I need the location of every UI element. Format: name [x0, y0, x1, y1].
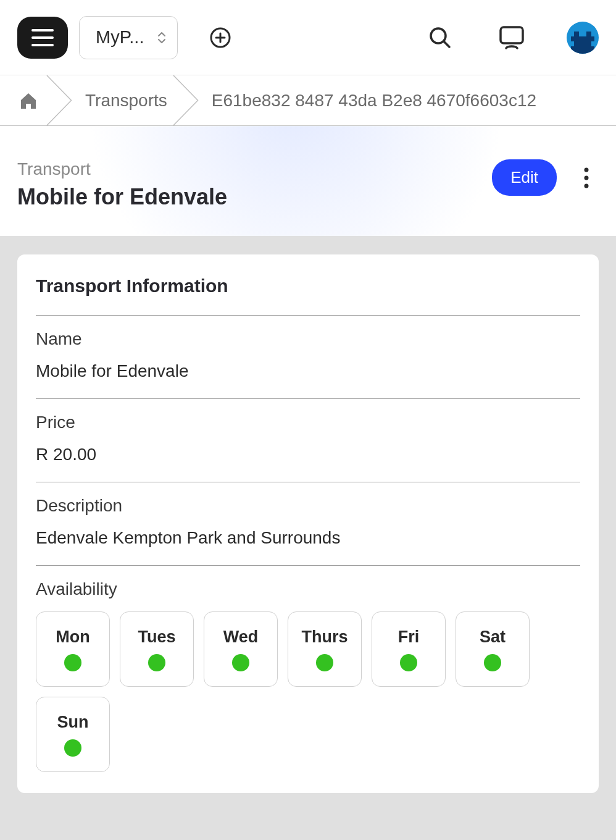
day-chip-label: Sun [57, 713, 89, 732]
field-description: Description Edenvale Kempton Park and Su… [36, 482, 580, 548]
search-button[interactable] [425, 22, 456, 53]
content-area: Transport Information Name Mobile for Ed… [0, 236, 616, 812]
day-chip-label: Mon [56, 628, 89, 647]
status-dot-icon [232, 654, 249, 671]
add-button[interactable] [204, 21, 237, 54]
days-grid: MonTuesWedThursFriSatSun [36, 611, 580, 772]
search-icon [428, 26, 452, 49]
day-chip-label: Wed [223, 628, 259, 647]
desktop-button[interactable] [496, 22, 527, 53]
avatar[interactable] [567, 22, 599, 54]
breadcrumb: Transports E61be832 8487 43da B2e8 4670f… [0, 75, 616, 126]
day-chip-label: Thurs [301, 628, 348, 647]
svg-rect-0 [31, 29, 54, 32]
more-actions-button[interactable] [574, 166, 599, 190]
breadcrumb-home[interactable] [0, 75, 59, 125]
project-selector-label: MyP... [96, 27, 144, 48]
field-name: Name Mobile for Edenvale [36, 315, 580, 381]
hamburger-icon [31, 29, 54, 46]
field-name-label: Name [36, 329, 580, 349]
breadcrumb-id-label: E61be832 8487 43da B2e8 4670f6603c12 [212, 91, 536, 111]
status-dot-icon [148, 654, 165, 671]
day-chip: Sat [456, 611, 530, 687]
home-icon [19, 91, 38, 110]
availability-section: Availability MonTuesWedThursFriSatSun [36, 565, 580, 772]
status-dot-icon [484, 654, 501, 671]
day-chip-label: Tues [138, 628, 175, 647]
field-name-value: Mobile for Edenvale [36, 361, 580, 381]
svg-rect-2 [31, 44, 54, 46]
status-dot-icon [316, 654, 333, 671]
availability-label: Availability [36, 579, 580, 599]
svg-point-8 [585, 183, 589, 188]
day-chip: Thurs [288, 611, 362, 687]
project-selector[interactable]: MyP... [79, 16, 178, 59]
monitor-icon [499, 25, 525, 50]
status-dot-icon [400, 654, 417, 671]
day-chip: Sun [36, 697, 110, 772]
field-description-label: Description [36, 496, 580, 516]
breadcrumb-transports[interactable]: Transports [59, 75, 186, 125]
field-price: Price R 20.00 [36, 398, 580, 464]
breadcrumb-section-label: Transports [85, 91, 167, 111]
chevron-updown-icon [157, 31, 166, 44]
topbar: MyP... [0, 0, 616, 75]
svg-point-6 [585, 167, 589, 172]
card-title: Transport Information [36, 275, 580, 296]
day-chip: Mon [36, 611, 110, 687]
more-vertical-icon [584, 167, 589, 188]
edit-button[interactable]: Edit [492, 159, 557, 196]
svg-rect-1 [31, 36, 54, 39]
day-chip: Fri [372, 611, 446, 687]
header-actions: Edit [492, 159, 599, 196]
status-dot-icon [64, 654, 81, 671]
breadcrumb-current: E61be832 8487 43da B2e8 4670f6603c12 [186, 75, 616, 125]
transport-info-card: Transport Information Name Mobile for Ed… [17, 254, 599, 793]
status-dot-icon [64, 739, 81, 757]
field-price-label: Price [36, 413, 580, 432]
day-chip: Wed [204, 611, 278, 687]
day-chip: Tues [120, 611, 194, 687]
avatar-image [571, 32, 594, 54]
svg-rect-5 [501, 27, 523, 43]
field-price-value: R 20.00 [36, 445, 580, 464]
day-chip-label: Sat [480, 628, 506, 647]
day-chip-label: Fri [398, 628, 420, 647]
plus-circle-icon [210, 27, 231, 48]
page-header: Transport Mobile for Edenvale Edit [0, 126, 616, 236]
svg-point-7 [585, 175, 589, 180]
field-description-value: Edenvale Kempton Park and Surrounds [36, 528, 580, 548]
menu-button[interactable] [17, 17, 68, 59]
